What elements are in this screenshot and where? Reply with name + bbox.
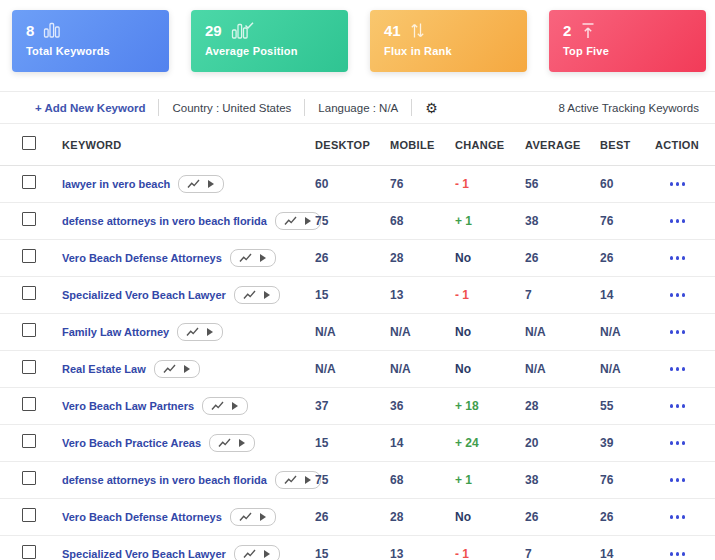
trend-chart-icon[interactable]: [187, 179, 200, 189]
keyword-actions-pill: [234, 545, 280, 560]
play-icon[interactable]: [231, 401, 239, 411]
action-menu-button[interactable]: [655, 367, 700, 371]
desktop-rank: 37: [315, 399, 390, 413]
play-icon[interactable]: [207, 179, 215, 189]
trend-chart-icon[interactable]: [284, 216, 297, 226]
action-menu-button[interactable]: [655, 219, 700, 223]
row-checkbox[interactable]: [22, 471, 36, 485]
average-rank: 56: [525, 177, 600, 191]
keyword-link[interactable]: Vero Beach Defense Attorneys: [62, 252, 222, 264]
average-rank: 26: [525, 510, 600, 524]
trend-chart-icon[interactable]: [186, 327, 199, 337]
action-menu-button[interactable]: [655, 330, 700, 334]
action-menu-button[interactable]: [655, 182, 700, 186]
trend-chart-icon[interactable]: [163, 364, 176, 374]
change-value: + 18: [455, 399, 525, 413]
trend-chart-icon[interactable]: [243, 290, 256, 300]
play-icon[interactable]: [304, 475, 312, 485]
trend-chart-icon[interactable]: [243, 549, 256, 559]
best-rank: 26: [600, 510, 655, 524]
keyword-link[interactable]: Real Estate Law: [62, 363, 146, 375]
average-rank: 7: [525, 547, 600, 560]
average-rank: N/A: [525, 362, 600, 376]
keyword-link[interactable]: Family Law Attorney: [62, 326, 169, 338]
country-selector[interactable]: Country : United States: [172, 102, 291, 114]
flux-in-rank-value: 41: [384, 23, 401, 38]
change-value: No: [455, 251, 525, 265]
average-rank: 38: [525, 473, 600, 487]
action-menu-button[interactable]: [655, 404, 700, 408]
stat-card-average-position[interactable]: 29 Average Position: [191, 10, 348, 72]
header-mobile: MOBILE: [390, 139, 455, 151]
action-menu-button[interactable]: [655, 515, 700, 519]
play-icon[interactable]: [183, 364, 191, 374]
mobile-rank: 14: [390, 436, 455, 450]
desktop-rank: N/A: [315, 325, 390, 339]
row-checkbox[interactable]: [22, 286, 36, 300]
trend-chart-icon[interactable]: [218, 438, 231, 448]
row-checkbox[interactable]: [22, 508, 36, 522]
trend-chart-icon[interactable]: [211, 401, 224, 411]
change-value: + 1: [455, 214, 525, 228]
add-new-keyword-button[interactable]: + Add New Keyword: [35, 102, 145, 114]
play-icon[interactable]: [206, 327, 214, 337]
best-rank: N/A: [600, 325, 655, 339]
select-all-checkbox[interactable]: [22, 136, 36, 150]
keyword-link[interactable]: lawyer in vero beach: [62, 178, 170, 190]
bar-chart-check-icon: [231, 22, 254, 39]
row-checkbox[interactable]: [22, 545, 36, 559]
table-row: Specialized Vero Beach Lawyer1513- 1714: [0, 536, 715, 560]
stat-card-top-five[interactable]: 2 Top Five: [549, 10, 706, 72]
play-icon[interactable]: [304, 216, 312, 226]
row-checkbox[interactable]: [22, 323, 36, 337]
table-row: Real Estate LawN/AN/ANoN/AN/A: [0, 351, 715, 388]
active-tracking-keywords-count: 8 Active Tracking Keywords: [558, 102, 715, 114]
row-checkbox[interactable]: [22, 397, 36, 411]
play-icon[interactable]: [263, 549, 271, 559]
play-icon[interactable]: [259, 253, 267, 263]
keyword-link[interactable]: defense attorneys in vero beach florida: [62, 215, 267, 227]
trend-chart-icon[interactable]: [239, 512, 252, 522]
change-value: No: [455, 510, 525, 524]
stat-card-flux-in-rank[interactable]: 41 Flux in Rank: [370, 10, 527, 72]
keyword-link[interactable]: Specialized Vero Beach Lawyer: [62, 548, 226, 560]
table-row: defense attorneys in vero beach florida7…: [0, 462, 715, 499]
play-icon[interactable]: [238, 438, 246, 448]
keyword-link[interactable]: Specialized Vero Beach Lawyer: [62, 289, 226, 301]
action-menu-button[interactable]: [655, 478, 700, 482]
play-icon[interactable]: [263, 290, 271, 300]
row-checkbox[interactable]: [22, 212, 36, 226]
best-rank: 60: [600, 177, 655, 191]
arrow-to-top-icon: [580, 22, 596, 39]
trend-chart-icon[interactable]: [284, 475, 297, 485]
keyword-actions-pill: [230, 508, 276, 526]
average-position-value: 29: [205, 23, 222, 38]
header-keyword: KEYWORD: [62, 139, 315, 151]
play-icon[interactable]: [259, 512, 267, 522]
desktop-rank: 75: [315, 473, 390, 487]
change-value: No: [455, 362, 525, 376]
top-five-label: Top Five: [563, 45, 706, 57]
keyword-link[interactable]: Vero Beach Defense Attorneys: [62, 511, 222, 523]
change-value: No: [455, 325, 525, 339]
action-menu-button[interactable]: [655, 441, 700, 445]
stat-card-total-keywords[interactable]: 8 Total Keywords: [12, 10, 169, 72]
stat-cards: 8 Total Keywords 29 Ave: [0, 0, 715, 72]
row-checkbox[interactable]: [22, 360, 36, 374]
desktop-rank: 15: [315, 288, 390, 302]
row-checkbox[interactable]: [22, 434, 36, 448]
keyword-link[interactable]: defense attorneys in vero beach florida: [62, 474, 267, 486]
row-checkbox[interactable]: [22, 249, 36, 263]
header-change: CHANGE: [455, 139, 525, 151]
language-selector[interactable]: Language : N/A: [318, 102, 398, 114]
keyword-link[interactable]: Vero Beach Practice Areas: [62, 437, 201, 449]
keyword-link[interactable]: Vero Beach Law Partners: [62, 400, 194, 412]
settings-gear-icon[interactable]: ⚙: [425, 101, 438, 115]
action-menu-button[interactable]: [655, 293, 700, 297]
table-row: Vero Beach Practice Areas1514+ 242039: [0, 425, 715, 462]
row-checkbox[interactable]: [22, 175, 36, 189]
trend-chart-icon[interactable]: [239, 253, 252, 263]
action-menu-button[interactable]: [655, 256, 700, 260]
action-menu-button[interactable]: [655, 552, 700, 556]
desktop-rank: N/A: [315, 362, 390, 376]
